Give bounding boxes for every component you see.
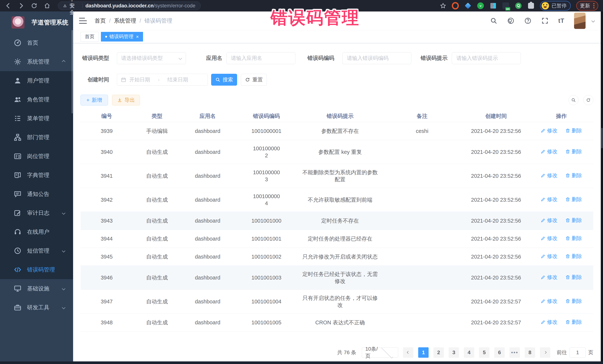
page-scrollbar[interactable]	[601, 11, 603, 361]
browser-home-icon[interactable]	[44, 2, 50, 9]
page-button-1[interactable]: 1	[418, 347, 429, 358]
page-size-select[interactable]: 10条/页	[362, 347, 398, 358]
app-name-input[interactable]	[226, 52, 295, 64]
page-button-2[interactable]: 2	[433, 347, 444, 358]
delete-link[interactable]: 删除	[565, 172, 582, 179]
page-button-5[interactable]: 5	[479, 347, 489, 358]
toggle-search-button[interactable]	[568, 95, 579, 105]
add-button[interactable]: + 新增	[81, 95, 108, 105]
edit-link[interactable]: 修改	[541, 172, 557, 179]
goto-page-input[interactable]	[570, 347, 586, 358]
sidebar-item-error-code[interactable]: 错误码管理	[0, 260, 73, 279]
edit-link[interactable]: 修改	[541, 235, 557, 242]
page-button-4[interactable]: 4	[464, 347, 474, 358]
extension-green-v-icon[interactable]	[477, 2, 484, 9]
sidebar-item-audit-log[interactable]: 审计日志	[0, 203, 73, 222]
sidebar-item-posts[interactable]: 岗位管理	[0, 147, 73, 166]
error-msg-input[interactable]	[452, 52, 521, 64]
edit-link[interactable]: 修改	[541, 217, 557, 224]
page-button-3[interactable]: 3	[449, 347, 459, 358]
browser-menu-icon[interactable]	[593, 3, 594, 8]
tab-error-code[interactable]: 错误码管理 ×	[101, 32, 143, 42]
error-type-select[interactable]: 请选择错误码类型	[117, 52, 186, 64]
browser-update-button[interactable]: 更新	[576, 1, 598, 11]
start-date-placeholder: 开始日期	[129, 76, 150, 83]
page-button-8[interactable]: 8	[525, 347, 535, 358]
page-button-6[interactable]: 6	[494, 347, 505, 358]
breadcrumb-system[interactable]: 系统管理	[114, 17, 136, 25]
cell-time: 2021-04-20 23:52:56	[463, 140, 529, 164]
delete-link[interactable]: 删除	[565, 217, 582, 224]
more-pages-button[interactable]: •••	[510, 347, 520, 358]
user-avatar[interactable]	[574, 13, 586, 29]
bookmark-star-icon[interactable]	[440, 3, 446, 9]
chevron-down-icon[interactable]	[591, 19, 595, 22]
export-button[interactable]: 导出	[112, 95, 140, 105]
github-icon[interactable]	[507, 17, 514, 24]
sidebar-item-devtools[interactable]: 研发工具	[0, 298, 73, 317]
scrollbar-thumb[interactable]	[601, 128, 603, 148]
edit-link[interactable]: 修改	[541, 127, 557, 134]
error-code-input[interactable]	[342, 52, 411, 64]
browser-reload-icon[interactable]	[31, 2, 37, 9]
fullscreen-icon[interactable]	[541, 17, 549, 24]
next-page-button[interactable]	[540, 347, 550, 358]
edit-link[interactable]: 修改	[541, 196, 557, 203]
extension-on-switch-icon[interactable]: on	[502, 2, 509, 9]
sidebar-item-online-users[interactable]: 在线用户	[0, 222, 73, 241]
extension-key-icon[interactable]	[515, 2, 522, 9]
cell-type: 自动生成	[133, 265, 181, 289]
help-icon[interactable]	[524, 17, 532, 24]
edit-link[interactable]: 修改	[541, 148, 557, 155]
address-bar[interactable]: 不安全 dashboard.yudao.iocoder.cn/system/er…	[58, 1, 201, 10]
clock-icon	[14, 247, 22, 255]
tab-home[interactable]: 首页	[81, 32, 99, 42]
reset-button[interactable]: 重置	[241, 74, 267, 86]
extensions-puzzle-icon[interactable]	[527, 2, 534, 9]
date-range-picker[interactable]: 开始日期 - 结束日期	[117, 74, 208, 86]
sidebar-item-sms[interactable]: 短信管理	[0, 241, 73, 260]
search-icon[interactable]	[490, 17, 498, 24]
edit-link[interactable]: 修改	[541, 298, 557, 305]
sidebar-item-notice[interactable]: 通知公告	[0, 185, 73, 203]
app-logo[interactable]: 芋道管理系统	[0, 11, 73, 33]
browser-forward-icon[interactable]	[18, 2, 24, 9]
font-size-icon[interactable]: tT	[558, 17, 564, 24]
delete-link[interactable]: 删除	[565, 235, 582, 242]
breadcrumb-home[interactable]: 首页	[95, 17, 106, 25]
profile-paused-badge[interactable]: 已暂停	[540, 1, 571, 11]
sidebar-item-dict[interactable]: 字典管理	[0, 166, 73, 185]
delete-link[interactable]: 删除	[565, 274, 582, 281]
edit-link[interactable]: 修改	[541, 253, 557, 260]
cell-code: 100100000 2	[234, 140, 299, 164]
delete-link[interactable]: 删除	[565, 319, 582, 326]
sidebar-item-system[interactable]: 系统管理	[0, 52, 73, 71]
delete-link[interactable]: 删除	[565, 253, 582, 260]
browser-back-icon[interactable]	[5, 2, 12, 9]
delete-link[interactable]: 删除	[565, 148, 582, 155]
delete-link[interactable]: 删除	[565, 298, 582, 305]
edit-link[interactable]: 修改	[541, 274, 557, 281]
hamburger-icon[interactable]	[79, 18, 87, 24]
table-row: 3944 自动生成 dashboard 1001001001 定时任务的处理器已…	[81, 230, 593, 248]
delete-link[interactable]: 删除	[565, 196, 582, 203]
delete-link[interactable]: 删除	[565, 127, 582, 134]
delete-label: 删除	[572, 235, 582, 242]
extension-orange-ring-icon[interactable]	[452, 2, 459, 9]
sidebar-item-roles[interactable]: 角色管理	[0, 90, 73, 109]
prev-page-button[interactable]	[403, 347, 413, 358]
refresh-table-button[interactable]	[583, 95, 593, 105]
sidebar-scrollbar[interactable]	[72, 30, 73, 113]
extension-blue-gem-icon[interactable]	[464, 2, 471, 9]
sidebar-item-menus[interactable]: 菜单管理	[0, 109, 73, 128]
edit-label: 修改	[547, 148, 557, 155]
close-icon[interactable]: ×	[136, 34, 139, 39]
edit-link[interactable]: 修改	[541, 319, 557, 326]
extension-grid-icon[interactable]	[490, 2, 497, 9]
search-button[interactable]: 搜索	[211, 74, 237, 86]
main-area: 首页 / 系统管理 / 错误码管理 tT 首页 错误码管理 × 错误码类型	[73, 11, 601, 361]
sidebar-item-users[interactable]: 用户管理	[0, 71, 73, 90]
sidebar-item-infra[interactable]: 基础设施	[0, 279, 73, 298]
sidebar-item-departments[interactable]: 部门管理	[0, 128, 73, 147]
sidebar-item-home[interactable]: 首页	[0, 33, 73, 52]
